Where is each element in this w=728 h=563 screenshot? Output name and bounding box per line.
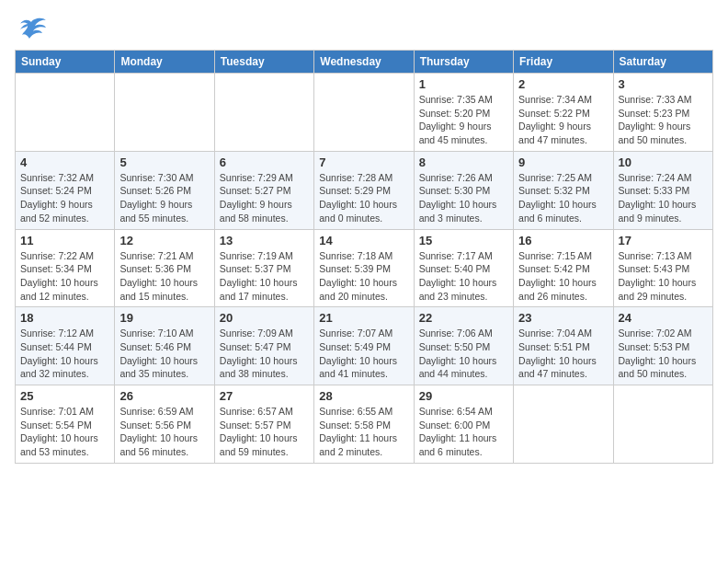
calendar-cell: 6Sunrise: 7:29 AM Sunset: 5:27 PM Daylig… [214,151,313,229]
calendar-cell: 1Sunrise: 7:35 AM Sunset: 5:20 PM Daylig… [414,74,513,152]
calendar-cell: 17Sunrise: 7:13 AM Sunset: 5:43 PM Dayli… [613,229,712,307]
day-info: Sunrise: 6:55 AM Sunset: 5:58 PM Dayligh… [319,405,408,459]
day-info: Sunrise: 7:24 AM Sunset: 5:33 PM Dayligh… [619,171,708,225]
calendar-cell [16,74,115,152]
day-number: 1 [419,77,508,91]
day-number: 2 [518,77,608,91]
calendar-week-row: 4Sunrise: 7:32 AM Sunset: 5:24 PM Daylig… [16,151,713,229]
calendar-table: SundayMondayTuesdayWednesdayThursdayFrid… [15,50,713,464]
day-number: 21 [319,311,408,325]
calendar-cell: 11Sunrise: 7:22 AM Sunset: 5:34 PM Dayli… [16,229,115,307]
day-info: Sunrise: 6:59 AM Sunset: 5:56 PM Dayligh… [119,405,209,459]
weekday-header-sunday: Sunday [16,51,115,74]
calendar-cell: 24Sunrise: 7:02 AM Sunset: 5:53 PM Dayli… [613,307,712,385]
calendar-week-row: 11Sunrise: 7:22 AM Sunset: 5:34 PM Dayli… [16,229,713,307]
day-info: Sunrise: 7:15 AM Sunset: 5:42 PM Dayligh… [518,249,608,304]
day-info: Sunrise: 7:13 AM Sunset: 5:43 PM Dayligh… [619,249,708,304]
day-info: Sunrise: 7:30 AM Sunset: 5:26 PM Dayligh… [119,171,209,225]
calendar-cell: 29Sunrise: 6:54 AM Sunset: 6:00 PM Dayli… [414,385,513,464]
day-number: 7 [319,155,408,169]
weekday-header-row: SundayMondayTuesdayWednesdayThursdayFrid… [16,51,713,74]
day-info: Sunrise: 7:02 AM Sunset: 5:53 PM Dayligh… [619,327,708,381]
day-number: 3 [619,77,708,91]
day-info: Sunrise: 7:09 AM Sunset: 5:47 PM Dayligh… [220,327,309,381]
day-info: Sunrise: 7:29 AM Sunset: 5:27 PM Dayligh… [220,171,309,225]
calendar-cell: 2Sunrise: 7:34 AM Sunset: 5:22 PM Daylig… [514,74,613,152]
calendar-cell: 20Sunrise: 7:09 AM Sunset: 5:47 PM Dayli… [214,307,313,385]
page-header [15,15,713,42]
calendar-cell: 23Sunrise: 7:04 AM Sunset: 5:51 PM Dayli… [514,307,613,385]
calendar-cell: 22Sunrise: 7:06 AM Sunset: 5:50 PM Dayli… [414,307,513,385]
calendar-cell [214,74,313,152]
calendar-cell: 25Sunrise: 7:01 AM Sunset: 5:54 PM Dayli… [16,385,115,464]
day-info: Sunrise: 6:57 AM Sunset: 5:57 PM Dayligh… [220,405,309,459]
day-number: 24 [619,311,708,325]
day-number: 9 [518,155,608,169]
day-number: 26 [119,389,209,403]
weekday-header-thursday: Thursday [414,51,513,74]
calendar-week-row: 25Sunrise: 7:01 AM Sunset: 5:54 PM Dayli… [16,385,713,464]
day-info: Sunrise: 7:33 AM Sunset: 5:23 PM Dayligh… [619,93,708,147]
day-number: 22 [419,311,508,325]
calendar-cell: 9Sunrise: 7:25 AM Sunset: 5:32 PM Daylig… [514,151,613,229]
day-info: Sunrise: 7:35 AM Sunset: 5:20 PM Dayligh… [419,93,508,147]
day-info: Sunrise: 7:25 AM Sunset: 5:32 PM Dayligh… [518,171,608,225]
day-info: Sunrise: 7:07 AM Sunset: 5:49 PM Dayligh… [319,327,408,381]
day-number: 13 [220,234,309,247]
day-number: 11 [20,234,109,247]
calendar-cell: 7Sunrise: 7:28 AM Sunset: 5:29 PM Daylig… [314,151,414,229]
day-info: Sunrise: 7:21 AM Sunset: 5:36 PM Dayligh… [119,249,209,304]
logo [15,15,51,42]
calendar-cell [613,385,712,464]
day-number: 18 [20,311,109,325]
calendar-cell: 5Sunrise: 7:30 AM Sunset: 5:26 PM Daylig… [115,151,214,229]
calendar-week-row: 18Sunrise: 7:12 AM Sunset: 5:44 PM Dayli… [16,307,713,385]
weekday-header-saturday: Saturday [613,51,712,74]
weekday-header-friday: Friday [514,51,613,74]
calendar-cell: 26Sunrise: 6:59 AM Sunset: 5:56 PM Dayli… [115,385,214,464]
calendar-cell: 3Sunrise: 7:33 AM Sunset: 5:23 PM Daylig… [613,74,712,152]
day-number: 27 [220,389,309,403]
day-info: Sunrise: 7:19 AM Sunset: 5:37 PM Dayligh… [220,249,309,304]
day-info: Sunrise: 7:26 AM Sunset: 5:30 PM Dayligh… [419,171,508,225]
day-number: 23 [518,311,608,325]
calendar-cell: 19Sunrise: 7:10 AM Sunset: 5:46 PM Dayli… [115,307,214,385]
day-number: 16 [518,234,608,247]
day-info: Sunrise: 7:17 AM Sunset: 5:40 PM Dayligh… [419,249,508,304]
calendar-cell: 13Sunrise: 7:19 AM Sunset: 5:37 PM Dayli… [214,229,313,307]
weekday-header-tuesday: Tuesday [214,51,313,74]
calendar-week-row: 1Sunrise: 7:35 AM Sunset: 5:20 PM Daylig… [16,74,713,152]
calendar-cell [314,74,414,152]
day-info: Sunrise: 7:12 AM Sunset: 5:44 PM Dayligh… [20,327,109,381]
day-number: 19 [119,311,209,325]
weekday-header-monday: Monday [115,51,214,74]
calendar-cell: 14Sunrise: 7:18 AM Sunset: 5:39 PM Dayli… [314,229,414,307]
day-number: 5 [119,155,209,169]
weekday-header-wednesday: Wednesday [314,51,414,74]
day-number: 14 [319,234,408,247]
day-number: 8 [419,155,508,169]
day-number: 17 [619,234,708,247]
day-info: Sunrise: 7:34 AM Sunset: 5:22 PM Dayligh… [518,93,608,147]
calendar-cell: 27Sunrise: 6:57 AM Sunset: 5:57 PM Dayli… [214,385,313,464]
day-info: Sunrise: 7:06 AM Sunset: 5:50 PM Dayligh… [419,327,508,381]
day-number: 20 [220,311,309,325]
day-info: Sunrise: 7:32 AM Sunset: 5:24 PM Dayligh… [20,171,109,225]
day-number: 25 [20,389,109,403]
day-number: 6 [220,155,309,169]
day-info: Sunrise: 7:01 AM Sunset: 5:54 PM Dayligh… [20,405,109,459]
day-info: Sunrise: 7:22 AM Sunset: 5:34 PM Dayligh… [20,249,109,304]
day-info: Sunrise: 7:04 AM Sunset: 5:51 PM Dayligh… [518,327,608,381]
calendar-cell: 16Sunrise: 7:15 AM Sunset: 5:42 PM Dayli… [514,229,613,307]
calendar-cell: 18Sunrise: 7:12 AM Sunset: 5:44 PM Dayli… [16,307,115,385]
day-info: Sunrise: 7:10 AM Sunset: 5:46 PM Dayligh… [119,327,209,381]
day-info: Sunrise: 7:18 AM Sunset: 5:39 PM Dayligh… [319,249,408,304]
day-number: 10 [619,155,708,169]
calendar-cell: 21Sunrise: 7:07 AM Sunset: 5:49 PM Dayli… [314,307,414,385]
day-number: 29 [419,389,508,403]
day-number: 28 [319,389,408,403]
day-info: Sunrise: 6:54 AM Sunset: 6:00 PM Dayligh… [419,405,508,459]
calendar-cell: 4Sunrise: 7:32 AM Sunset: 5:24 PM Daylig… [16,151,115,229]
calendar-cell [115,74,214,152]
day-number: 12 [119,234,209,247]
